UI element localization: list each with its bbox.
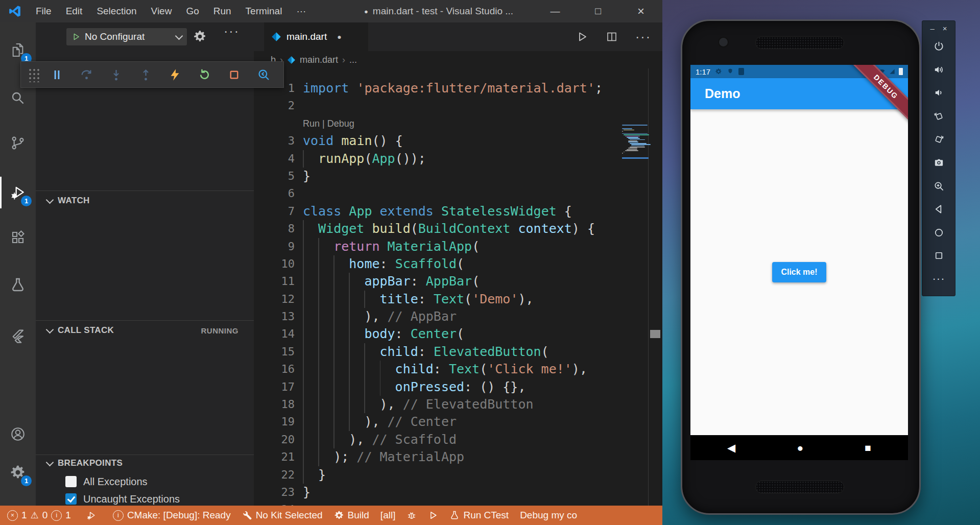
volume-up-button[interactable]: [922, 58, 955, 82]
emulator-overview-button[interactable]: [922, 244, 955, 268]
launch-config-dropdown[interactable]: No Configurat: [66, 28, 187, 45]
cmake-debug-button[interactable]: [407, 510, 417, 520]
error-icon: ×: [7, 510, 18, 521]
flask-icon: [449, 510, 460, 520]
hot-reload-button[interactable]: [160, 63, 190, 86]
pause-button[interactable]: [42, 63, 72, 86]
extensions-icon: [10, 229, 26, 246]
cmake-kit[interactable]: No Kit Selected: [242, 510, 323, 521]
step-over-button[interactable]: [72, 63, 102, 86]
screenshot-button[interactable]: [922, 151, 955, 175]
sidebar-item-flutter[interactable]: [0, 318, 36, 354]
section-divider: [36, 320, 254, 321]
breadcrumb[interactable]: b › main.dart › ...: [254, 51, 662, 68]
emulator-close-button[interactable]: ×: [943, 24, 947, 33]
code-line: 7class App extends StatelessWidget {: [254, 203, 662, 220]
breakpoint-all-exceptions[interactable]: All Exceptions: [36, 473, 254, 490]
split-editor-icon[interactable]: [606, 31, 618, 43]
code-line: 21); // MaterialApp: [254, 448, 662, 466]
code-line: 19), // Center: [254, 413, 662, 431]
breadcrumb-symbol[interactable]: ...: [349, 55, 357, 65]
emulator-home-button[interactable]: [922, 221, 955, 244]
volume-down-button[interactable]: [922, 81, 955, 105]
back-triangle-icon: [933, 203, 945, 215]
problems-indicator[interactable]: × 1 ⚠ 0 i 1: [7, 510, 71, 521]
lock-status-icon: [738, 68, 744, 75]
checkbox-all-exceptions[interactable]: [65, 476, 77, 487]
click-me-button[interactable]: Click me!: [772, 262, 826, 282]
menu-edit[interactable]: Edit: [59, 0, 90, 22]
emulator-back-button[interactable]: [922, 198, 955, 221]
menu-terminal[interactable]: Terminal: [238, 0, 290, 22]
code-editor[interactable]: 1import 'package:flutter/material.dart';…: [254, 68, 662, 506]
debug-more-actions[interactable]: ···: [224, 24, 240, 39]
sidebar-item-run-debug[interactable]: 1: [0, 175, 36, 210]
menu-go[interactable]: Go: [179, 0, 206, 22]
breakpoints-section-header[interactable]: BREAKPOINTS: [36, 456, 254, 471]
menu-view[interactable]: View: [144, 0, 179, 22]
watch-section-header[interactable]: WATCH: [36, 192, 254, 210]
chevron-down-icon: [46, 459, 54, 467]
launch-target[interactable]: Debug my co: [520, 510, 577, 521]
breakpoint-uncaught-exceptions[interactable]: Uncaught Exceptions: [36, 490, 254, 506]
nav-overview-button[interactable]: ■: [865, 442, 871, 454]
search-icon: [10, 90, 26, 106]
widget-inspector-button[interactable]: [249, 63, 278, 86]
code-line: 11appBar: AppBar(: [254, 273, 662, 290]
code-line: 15child: ElevatedButton(: [254, 343, 662, 361]
rotate-right-button[interactable]: [922, 128, 955, 151]
zoom-button[interactable]: [922, 174, 955, 198]
cmake-status[interactable]: i CMake: [Debug]: Ready: [113, 510, 231, 521]
power-button[interactable]: [922, 35, 955, 58]
all-exceptions-label: All Exceptions: [83, 476, 148, 488]
nav-home-button[interactable]: ●: [797, 442, 803, 454]
minimap[interactable]: [622, 125, 649, 159]
bug-icon: [407, 510, 417, 520]
drag-handle[interactable]: [27, 67, 39, 82]
sidebar-item-extensions[interactable]: [0, 220, 36, 255]
widget-inspector-icon: [257, 68, 271, 82]
shield-status-icon: [727, 68, 734, 75]
debug-launch-indicator[interactable]: [86, 510, 97, 520]
menu-selection[interactable]: Selection: [89, 0, 144, 22]
menubar: File Edit Selection View Go Run Terminal…: [29, 0, 313, 22]
run-file-icon[interactable]: [576, 31, 588, 43]
menu-run[interactable]: Run: [206, 0, 238, 22]
cmake-launch-button[interactable]: [428, 510, 438, 520]
callstack-section-header[interactable]: CALL STACK RUNNING: [36, 321, 254, 340]
cmake-build-target[interactable]: [all]: [380, 510, 396, 521]
maximize-button[interactable]: □: [577, 0, 619, 22]
breadcrumb-file[interactable]: main.dart: [300, 55, 338, 65]
section-divider: [36, 455, 254, 455]
sidebar-item-settings[interactable]: 1: [0, 455, 36, 490]
emulator-phone: 1:17 Demo Click me! ◀ ● ■ D: [681, 19, 921, 515]
scrollbar-thumb[interactable]: [650, 330, 660, 338]
menu-file[interactable]: File: [29, 0, 59, 22]
debug-badge: 1: [21, 196, 32, 206]
minimize-button[interactable]: —: [534, 0, 577, 22]
sidebar-item-testing[interactable]: [0, 267, 36, 303]
emulator-more-button[interactable]: ···: [922, 267, 955, 291]
codelens-row[interactable]: Run | Debug: [254, 115, 662, 132]
code-line: 20), // Scaffold: [254, 431, 662, 448]
close-button[interactable]: ×: [619, 0, 662, 22]
cmake-build-button[interactable]: Build: [334, 510, 369, 521]
tab-main-dart[interactable]: main.dart ●: [264, 22, 368, 51]
menu-more[interactable]: ···: [289, 0, 313, 22]
nav-back-button[interactable]: ◀: [727, 442, 735, 454]
step-into-button[interactable]: [101, 63, 131, 86]
checkbox-uncaught-exceptions[interactable]: [65, 493, 77, 505]
rotate-left-button[interactable]: [922, 105, 955, 128]
sidebar-item-accounts[interactable]: [0, 416, 36, 452]
restart-button[interactable]: [190, 63, 220, 86]
sidebar-item-source-control[interactable]: [0, 125, 36, 161]
editor-more-actions[interactable]: ···: [635, 30, 651, 44]
phone-screen[interactable]: 1:17 Demo Click me! ◀ ● ■ D: [690, 65, 908, 460]
configure-gear-icon[interactable]: [193, 30, 207, 43]
emulator-minimize-button[interactable]: –: [930, 24, 934, 33]
code-lines: 1import 'package:flutter/material.dart';…: [254, 80, 662, 506]
ctest-button[interactable]: Run CTest: [449, 510, 509, 521]
callstack-status-badge: RUNNING: [201, 326, 239, 335]
stop-button[interactable]: [220, 63, 249, 86]
step-out-button[interactable]: [131, 63, 160, 86]
